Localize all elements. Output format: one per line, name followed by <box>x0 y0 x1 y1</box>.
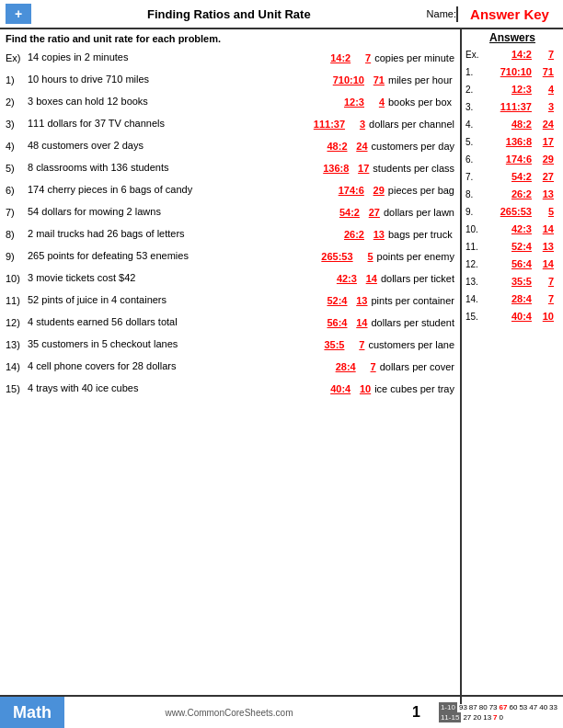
answer-num: 7. <box>465 172 486 182</box>
answer-ratio: 710:10 <box>486 66 532 77</box>
answer-unit: 10 <box>535 311 554 322</box>
answer-unit: 71 <box>535 66 554 77</box>
problem-ratio: 28:4 <box>315 361 356 372</box>
problem-num: 2) <box>6 97 28 108</box>
answer-example-num: Ex. <box>465 50 486 60</box>
problem-rows: 1) 10 hours to drive 710 miles 710:10 71… <box>6 70 454 399</box>
answer-unit: 7 <box>535 276 554 287</box>
problem-num: 11) <box>6 295 28 306</box>
problem-ratio: 136:8 <box>307 163 349 174</box>
problem-unit: 13 <box>351 295 368 306</box>
problem-answer: 54:2 27 dollars per lawn <box>318 207 454 218</box>
answer-unit: 14 <box>535 258 554 269</box>
problem-unit: 10 <box>354 383 371 394</box>
answer-ratio: 40:4 <box>486 311 532 322</box>
answer-num: 2. <box>465 85 486 95</box>
answer-row: 10. 42:3 14 <box>465 221 559 237</box>
answer-ratio: 111:37 <box>486 101 532 112</box>
answer-num: 12. <box>465 259 486 269</box>
problem-row: 12) 4 students earned 56 dollars total 5… <box>6 313 454 333</box>
answer-ratio: 56:4 <box>486 258 532 269</box>
answer-ratio: 28:4 <box>486 293 532 304</box>
answer-num: 5. <box>465 137 486 147</box>
problem-unit-label: dollars per channel <box>369 119 454 130</box>
problem-unit: 71 <box>368 74 385 85</box>
answer-ratio: 136:8 <box>486 136 532 147</box>
problem-unit-label: books per box <box>388 97 454 108</box>
problem-unit: 5 <box>357 251 373 262</box>
answer-num: 14. <box>465 294 486 304</box>
problem-unit: 17 <box>352 163 369 174</box>
stat-val-53: 53 <box>519 702 527 712</box>
problem-row: 3) 111 dollars for 37 TV channels 111:37… <box>6 114 454 134</box>
problem-unit: 7 <box>348 339 364 350</box>
problem-text: 10 hours to drive 710 miles <box>28 74 323 85</box>
problem-text: 48 customers over 2 days <box>28 140 306 152</box>
problem-num: 4) <box>6 141 28 152</box>
stat-val-47: 47 <box>529 702 537 712</box>
answer-unit: 3 <box>535 101 554 112</box>
problem-row: 9) 265 points for defeating 53 enemies 2… <box>6 246 454 267</box>
answer-row: 2. 12:3 4 <box>465 81 559 97</box>
problem-num: 15) <box>6 383 28 394</box>
answer-unit: 13 <box>535 188 554 199</box>
problem-unit: 13 <box>368 229 385 240</box>
problem-answer: 710:10 71 miles per hour <box>323 74 454 85</box>
problem-row: 4) 48 customers over 2 days 48:2 24 cust… <box>6 136 454 156</box>
answer-num: 13. <box>465 277 486 287</box>
problem-ratio: 174:6 <box>323 185 364 196</box>
answer-unit: 4 <box>535 84 554 95</box>
problem-ratio: 48:2 <box>306 141 348 152</box>
page-title: Finding Ratios and Unit Rate <box>31 7 427 21</box>
problem-unit-label: customers per lane <box>368 339 454 350</box>
problem-unit-label: customers per day <box>372 141 454 152</box>
answer-row: 9. 265:53 5 <box>465 203 559 220</box>
problem-num: 8) <box>6 229 28 240</box>
problem-text: 52 pints of juice in 4 containers <box>28 294 306 306</box>
answers-title: Answers <box>465 31 559 44</box>
problem-answer: 28:4 7 dollars per cover <box>315 361 454 372</box>
answer-ratio: 12:3 <box>486 84 532 95</box>
answer-row: 14. 28:4 7 <box>465 290 559 307</box>
answer-row: 12. 56:4 14 <box>465 256 559 272</box>
stat-val-33: 33 <box>549 702 557 712</box>
problem-ratio: 265:53 <box>312 251 353 262</box>
problem-num: 12) <box>6 317 28 328</box>
problem-unit-label: miles per hour <box>388 74 454 85</box>
problem-row: 11) 52 pints of juice in 4 containers 52… <box>6 290 454 311</box>
example-ratio: 14:2 <box>309 52 350 63</box>
answer-unit: 17 <box>535 136 554 147</box>
problem-answer: 42:3 14 dollars per ticket <box>316 273 454 284</box>
stat-val-0: 0 <box>500 712 503 722</box>
answer-unit: 24 <box>535 119 554 130</box>
problem-answer: 35:5 7 customers per lane <box>303 339 454 350</box>
problem-text: 174 cherry pieces in 6 bags of candy <box>28 184 323 196</box>
problem-ratio: 111:37 <box>304 119 345 130</box>
answer-row: 4. 48:2 24 <box>465 116 559 132</box>
answer-row: 11. 52:4 13 <box>465 238 559 255</box>
problem-unit-label: pints per container <box>372 295 455 306</box>
problem-answer: 136:8 17 students per class <box>307 163 454 174</box>
problem-unit: 27 <box>363 207 380 218</box>
example-num: Ex) <box>6 52 28 63</box>
answer-unit: 29 <box>535 154 554 165</box>
problem-unit: 24 <box>351 141 368 152</box>
stat-val-27: 27 <box>463 712 471 722</box>
problem-num: 3) <box>6 119 28 130</box>
answer-ratio: 35:5 <box>486 276 532 287</box>
stat-val-87: 87 <box>469 702 477 712</box>
example-unit-label: copies per minute <box>374 52 454 63</box>
problem-text: 4 cell phone covers for 28 dollars <box>28 360 315 372</box>
problem-row: 5) 8 classrooms with 136 students 136:8 … <box>6 158 454 178</box>
answer-num: 1. <box>465 67 486 77</box>
problem-row: 1) 10 hours to drive 710 miles 710:10 71… <box>6 70 454 90</box>
problem-num: 10) <box>6 273 28 284</box>
problem-answer: 48:2 24 customers per day <box>306 141 454 152</box>
answer-row: 3. 111:37 3 <box>465 98 559 115</box>
problem-text: 4 trays with 40 ice cubes <box>28 382 309 394</box>
example-answer: 14:2 7 copies per minute <box>309 52 454 63</box>
problem-row: 8) 2 mail trucks had 26 bags of letters … <box>6 224 454 245</box>
stat-label-11-15: 11-15 <box>439 712 461 722</box>
problem-row: 2) 3 boxes can hold 12 books 12:3 4 book… <box>6 92 454 112</box>
stat-val-60: 60 <box>509 702 517 712</box>
